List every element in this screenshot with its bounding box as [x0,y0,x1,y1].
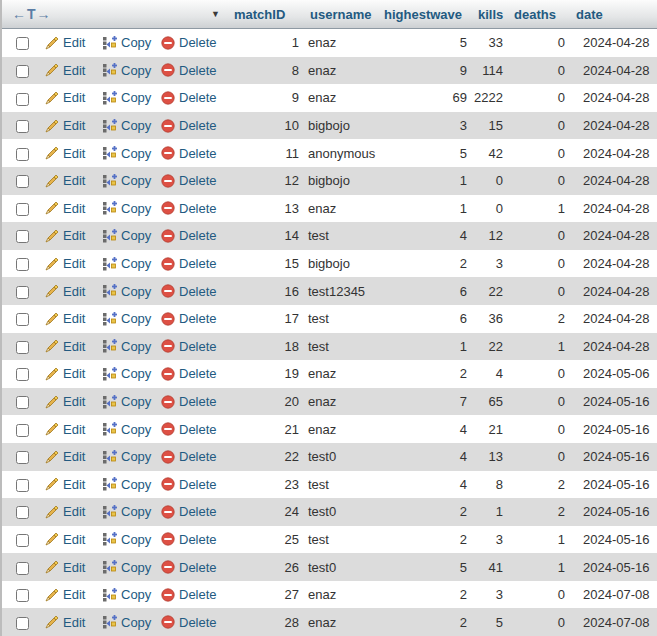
edit-link[interactable]: Edit [45,560,99,575]
cell-matchid: 23 [227,471,303,499]
copy-link[interactable]: Copy [103,311,157,326]
row-checkbox[interactable] [16,424,29,437]
copy-link[interactable]: Copy [103,90,157,105]
row-checkbox[interactable] [16,203,29,216]
copy-link[interactable]: Copy [103,339,157,354]
edit-link[interactable]: Edit [45,532,99,547]
row-checkbox[interactable] [16,93,29,106]
delete-link[interactable]: Delete [161,532,227,547]
edit-link[interactable]: Edit [45,339,99,354]
edit-link[interactable]: Edit [45,394,99,409]
delete-link[interactable]: Delete [161,339,227,354]
delete-link[interactable]: Delete [161,504,227,519]
delete-link[interactable]: Delete [161,63,227,78]
row-checkbox[interactable] [16,148,29,161]
copy-link[interactable]: Copy [103,201,157,216]
edit-link[interactable]: Edit [45,587,99,602]
row-checkbox[interactable] [16,368,29,381]
delete-link[interactable]: Delete [161,394,227,409]
delete-link[interactable]: Delete [161,311,227,326]
delete-link[interactable]: Delete [161,118,227,133]
delete-link[interactable]: Delete [161,173,227,188]
row-checkbox[interactable] [16,286,29,299]
edit-link[interactable]: Edit [45,366,99,381]
row-checkbox[interactable] [16,589,29,602]
row-checkbox[interactable] [16,120,29,133]
edit-link[interactable]: Edit [45,422,99,437]
edit-link[interactable]: Edit [45,173,99,188]
column-header-matchid[interactable]: matchID [227,0,303,29]
row-checkbox[interactable] [16,506,29,519]
row-checkbox[interactable] [16,230,29,243]
column-header-kills[interactable]: kills [471,0,507,29]
edit-link[interactable]: Edit [45,118,99,133]
cell-username: enaz [303,608,377,636]
edit-cell: Edit [41,139,99,167]
edit-link[interactable]: Edit [45,146,99,161]
copy-link[interactable]: Copy [103,284,157,299]
copy-link[interactable]: Copy [103,532,157,547]
row-checkbox[interactable] [16,37,29,50]
row-checkbox[interactable] [16,313,29,326]
cell-deaths: 2 [507,471,569,499]
copy-link[interactable]: Copy [103,587,157,602]
edit-link[interactable]: Edit [45,90,99,105]
copy-link[interactable]: Copy [103,63,157,78]
copy-link[interactable]: Copy [103,394,157,409]
delete-link[interactable]: Delete [161,615,227,630]
edit-link[interactable]: Edit [45,284,99,299]
row-checkbox[interactable] [16,562,29,575]
edit-link[interactable]: Edit [45,201,99,216]
copy-link[interactable]: Copy [103,422,157,437]
column-header-highestwave[interactable]: highestwave [377,0,471,29]
edit-link[interactable]: Edit [45,63,99,78]
copy-link[interactable]: Copy [103,560,157,575]
row-checkbox[interactable] [16,341,29,354]
edit-link[interactable]: Edit [45,615,99,630]
copy-link[interactable]: Copy [103,366,157,381]
edit-link[interactable]: Edit [45,477,99,492]
delete-link[interactable]: Delete [161,284,227,299]
edit-link[interactable]: Edit [45,256,99,271]
row-checkbox[interactable] [16,479,29,492]
copy-link[interactable]: Copy [103,173,157,188]
copy-link[interactable]: Copy [103,35,157,50]
row-checkbox[interactable] [16,175,29,188]
copy-link[interactable]: Copy [103,228,157,243]
edit-link[interactable]: Edit [45,35,99,50]
delete-link[interactable]: Delete [161,35,227,50]
copy-link[interactable]: Copy [103,146,157,161]
column-header-date[interactable]: date [569,0,657,29]
delete-link[interactable]: Delete [161,422,227,437]
edit-link[interactable]: Edit [45,311,99,326]
row-checkbox[interactable] [16,451,29,464]
delete-link[interactable]: Delete [161,560,227,575]
copy-link[interactable]: Copy [103,477,157,492]
column-header-deaths[interactable]: deaths [507,0,569,29]
copy-link[interactable]: Copy [103,504,157,519]
row-checkbox[interactable] [16,534,29,547]
column-header-username[interactable]: username [303,0,377,29]
delete-link[interactable]: Delete [161,90,227,105]
delete-link[interactable]: Delete [161,477,227,492]
copy-link[interactable]: Copy [103,449,157,464]
copy-link[interactable]: Copy [103,615,157,630]
row-checkbox[interactable] [16,617,29,630]
column-drag-marker[interactable]: ←T→ [12,6,52,22]
delete-link[interactable]: Delete [161,146,227,161]
delete-link[interactable]: Delete [161,587,227,602]
delete-link[interactable]: Delete [161,228,227,243]
delete-link[interactable]: Delete [161,449,227,464]
edit-link[interactable]: Edit [45,449,99,464]
row-checkbox[interactable] [16,258,29,271]
column-menu-icon[interactable]: ▼ [211,9,220,19]
copy-link[interactable]: Copy [103,256,157,271]
row-checkbox[interactable] [16,65,29,78]
edit-link[interactable]: Edit [45,228,99,243]
row-checkbox[interactable] [16,396,29,409]
edit-link[interactable]: Edit [45,504,99,519]
delete-link[interactable]: Delete [161,256,227,271]
delete-link[interactable]: Delete [161,366,227,381]
copy-link[interactable]: Copy [103,118,157,133]
delete-link[interactable]: Delete [161,201,227,216]
